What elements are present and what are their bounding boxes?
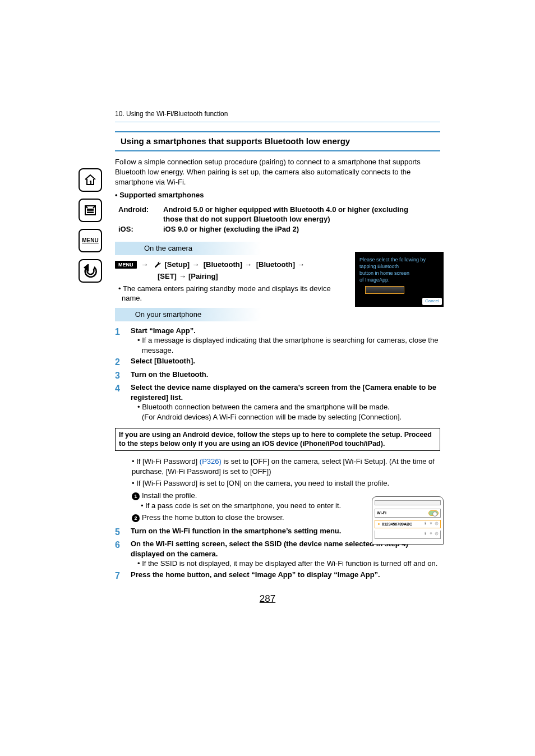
menu-badge: MENU [115,261,137,269]
chapter-label: 10. Using the Wi-Fi/Bluetooth function [115,109,440,118]
contents-icon[interactable] [79,199,102,222]
wifi-settings-diagram: Wi-Fi 0123456789ABC [372,496,444,545]
wifi-pw-off-note: • If [Wi-Fi Password] (P326) is set to [… [132,457,440,476]
notice-box: If you are using an Android device, foll… [115,428,440,451]
step-7: 7 Press the home button, and select “Ima… [115,570,440,582]
intro-text: Follow a simple connection setup procedu… [115,157,440,187]
step-3: 3 Turn on the Bluetooth. [115,370,440,382]
wifi-toggle-icon [428,510,439,516]
divider [115,122,440,122]
circled-2-icon: 2 [132,514,140,522]
section-title: Using a smartphones that supports Blueto… [115,131,440,151]
back-icon[interactable] [79,259,102,283]
ios-value: iOS 9.0 or higher (excluding the iPad 2) [163,224,421,234]
supported-table: Android: Android 5.0 or higher equipped … [118,205,421,234]
svg-rect-4 [425,533,426,534]
camera-screen-preview: Please select the following by tapping B… [355,252,444,307]
svg-point-1 [378,523,380,525]
app-button-icon [365,286,404,294]
page-number: 287 [0,593,535,606]
android-label: Android: [118,205,163,224]
step-4: 4 Select the device name displayed on th… [115,382,440,422]
ios-label: iOS: [118,224,163,234]
step-2: 2 Select [Bluetooth]. [115,356,440,368]
on-smartphone-header: On your smartphone [115,308,261,321]
step-1: 1 Start “Image App”. • If a message is d… [115,326,440,356]
on-camera-header: On the camera [115,242,261,255]
cancel-button: Cancel [422,298,442,305]
home-icon[interactable] [79,168,102,192]
menu-icon[interactable]: MENU [79,229,102,252]
wifi-status-icons [423,522,439,527]
supported-heading: • Supported smartphones [115,190,440,200]
wifi-pw-on-note: • If [Wi-Fi Password] is set to [ON] on … [132,478,440,488]
p326-link[interactable]: (P326) [200,457,222,465]
wrench-icon [154,261,162,269]
circled-1-icon: 1 [132,492,140,500]
svg-rect-2 [425,523,426,524]
android-value: Android 5.0 or higher equipped with Blue… [163,205,421,224]
camera-note: • The camera enters pairing standby mode… [118,284,343,303]
